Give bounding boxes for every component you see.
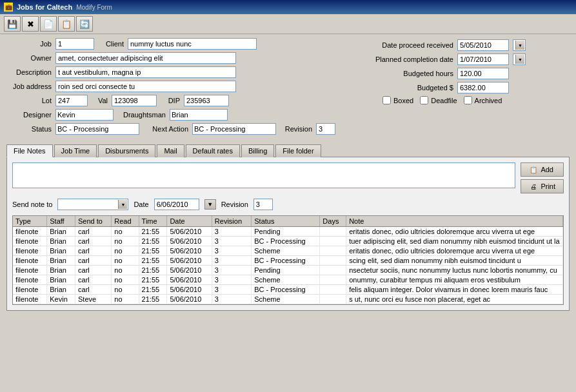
status-dropdown-wrapper: BC - Processing: [55, 123, 139, 135]
job-address-row: Job address: [6, 81, 363, 92]
date-proceed-input[interactable]: [457, 39, 509, 51]
designer-label: Designer: [6, 111, 52, 119]
date-proceed-cal[interactable]: [513, 39, 526, 51]
budgeted-hours-label: Budgeted hours: [370, 70, 453, 77]
revision-label: Revision: [280, 125, 312, 133]
delete-button[interactable]: ✖: [22, 16, 39, 32]
tab-default-rates[interactable]: Default rates: [186, 144, 240, 157]
revision-input[interactable]: [316, 123, 335, 135]
designer-dropdown[interactable]: Kevin: [55, 109, 114, 121]
job-address-input[interactable]: [55, 81, 236, 92]
owner-input[interactable]: [55, 52, 236, 64]
print-button[interactable]: 🖨 Print: [521, 179, 564, 193]
job-address-label: Job address: [6, 83, 52, 90]
budgeted-hours-input[interactable]: [457, 68, 509, 79]
save-button[interactable]: 💾: [4, 16, 21, 32]
col-staff: Staff: [47, 216, 75, 227]
status-dropdown[interactable]: BC - Processing: [55, 123, 139, 135]
date-label: Date: [134, 201, 148, 208]
cal-button[interactable]: ▼: [204, 199, 216, 210]
table-row[interactable]: filenoteBriancarlno21:555/06/20103BC - P…: [13, 285, 563, 295]
description-label: Description: [6, 68, 52, 76]
open-button[interactable]: 📄: [40, 16, 57, 32]
tab-disbursments[interactable]: Disbursments: [98, 144, 155, 157]
designer-row: Designer Kevin Draughtsman Brian: [6, 109, 363, 121]
tab-file-folder[interactable]: File folder: [275, 144, 321, 157]
planned-cal-wrapper: ▼: [513, 54, 526, 65]
date-input[interactable]: [154, 199, 199, 210]
archived-label: Archived: [475, 97, 502, 104]
main-window: 💼 Jobs for Caltech Modify Form 💾 ✖ 📄 📋 🔄…: [0, 0, 576, 311]
right-form: Date proceed received ▼ Planned completi…: [370, 38, 570, 137]
budgeted-dollars-input[interactable]: [457, 82, 509, 93]
tab-mail[interactable]: Mail: [157, 144, 184, 157]
checkboxes-row: Boxed Deadfile Archived: [370, 96, 570, 104]
budgeted-hours-row: Budgeted hours: [370, 68, 570, 79]
lot-input[interactable]: [55, 95, 88, 106]
copy-button[interactable]: 📋: [58, 16, 75, 32]
job-input[interactable]: [55, 38, 94, 50]
val-label: Val: [92, 97, 108, 104]
boxed-checkbox[interactable]: [382, 96, 391, 104]
col-days: Days: [320, 216, 346, 227]
col-time: Time: [139, 216, 167, 227]
table-row[interactable]: filenoteBriancarlno21:555/06/20103Scheme…: [13, 275, 563, 285]
tab-billing[interactable]: Billing: [241, 144, 274, 157]
col-read: Read: [112, 216, 139, 227]
next-action-dropdown[interactable]: BC - Processing: [192, 123, 276, 135]
planned-cal[interactable]: [513, 54, 526, 65]
table-row[interactable]: filenoteBriancarlno21:555/06/20103BC - P…: [13, 237, 563, 246]
boxed-label: Boxed: [393, 97, 413, 104]
deadfile-checkbox-group: Deadfile: [420, 96, 457, 104]
note-buttons: 📋 Add 🖨 Print: [521, 162, 564, 193]
description-input[interactable]: [55, 66, 236, 78]
client-input[interactable]: [128, 38, 257, 50]
tabs-area: File Notes Job Time Disbursments Mail De…: [0, 141, 576, 157]
deadfile-checkbox[interactable]: [420, 96, 428, 104]
draughtsman-dropdown[interactable]: Brian: [170, 109, 228, 121]
boxed-checkbox-group: Boxed: [382, 96, 413, 104]
window-title: Jobs for Caltech: [17, 3, 72, 11]
window-subtitle: Modify Form: [76, 4, 112, 11]
send-to-dropdown[interactable]: [57, 199, 128, 210]
client-label: Client: [98, 40, 124, 48]
tab-job-time[interactable]: Job Time: [54, 144, 97, 157]
table-row[interactable]: filenoteBriancarlno21:555/06/20103Scheme…: [13, 246, 563, 256]
budgeted-dollars-label: Budgeted $: [370, 84, 453, 92]
draughtsman-label: Draughtsman: [117, 111, 166, 119]
add-button[interactable]: 📋 Add: [521, 162, 564, 177]
tab-file-notes[interactable]: File Notes: [6, 144, 53, 157]
planned-completion-input[interactable]: [457, 54, 509, 65]
designer-dropdown-wrapper: Kevin: [55, 109, 114, 121]
draughtsman-dropdown-wrapper: Brian: [170, 109, 228, 121]
add-icon: 📋: [529, 165, 538, 174]
deadfile-label: Deadfile: [431, 97, 457, 104]
col-type: Type: [13, 216, 47, 227]
table-row[interactable]: filenoteKevinSteveno21:555/06/20103Schem…: [13, 295, 563, 304]
col-send-to: Send to: [75, 216, 112, 227]
archived-checkbox[interactable]: [464, 96, 472, 104]
date-proceed-label: Date proceed received: [370, 41, 453, 49]
send-to-dropdown-wrapper: ▼: [57, 199, 128, 210]
dip-input[interactable]: [184, 95, 229, 106]
job-client-row: Job Client: [6, 38, 363, 50]
revision-notes-input[interactable]: [253, 199, 273, 210]
revision-notes-label: Revision: [221, 201, 248, 208]
toolbar: 💾 ✖ 📄 📋 🔄: [0, 14, 576, 34]
note-textarea[interactable]: [12, 162, 515, 188]
next-action-label: Next Action: [143, 125, 188, 133]
table-container: Type Staff Send to Read Time Date Revisi…: [12, 215, 564, 305]
refresh-button[interactable]: 🔄: [76, 16, 93, 32]
budgeted-dollars-row: Budgeted $: [370, 82, 570, 93]
col-status: Status: [252, 216, 320, 227]
val-input[interactable]: [112, 95, 157, 106]
table-row[interactable]: filenoteBriancarlno21:555/06/20103Pendin…: [13, 266, 563, 275]
add-label: Add: [541, 166, 553, 173]
tabs: File Notes Job Time Disbursments Mail De…: [6, 144, 570, 157]
table-row[interactable]: filenoteBriancarlno21:555/06/20103BC - P…: [13, 256, 563, 266]
job-label: Job: [6, 40, 52, 48]
date-proceed-dropdown-wrapper: ▼: [513, 39, 526, 51]
table-row[interactable]: filenoteBriancarlno21:555/06/20103Pendin…: [13, 227, 563, 237]
col-revision: Revision: [212, 216, 251, 227]
app-icon: 💼: [4, 3, 13, 12]
